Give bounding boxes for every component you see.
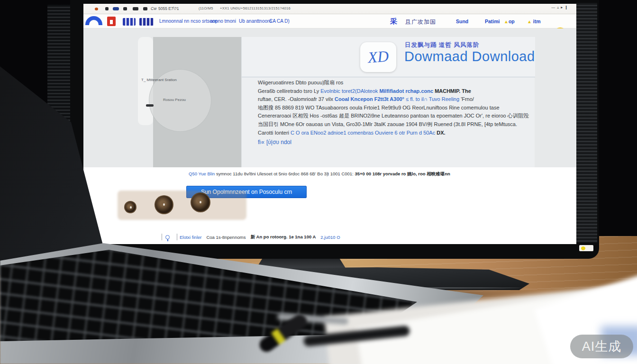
- download-card: XD 日发飘与踊 道哲 风风落阶 Dowmaad Download Wiiger…: [241, 37, 535, 167]
- text-segment: symnoc 11du 8v/8ni Ulesoet ot 5nio 6rdoc…: [216, 171, 355, 176]
- scene: Cw 5055 E7\?1 (11O/M5 +XX1 UN0U +5612113…: [0, 0, 637, 364]
- nav-link-4[interactable]: CA CA D): [269, 18, 290, 24]
- nav-link-itm[interactable]: ▲ itm: [527, 18, 541, 24]
- paragraph-line: Cenereraroaoi 区相毁 Hos -ost6as 超是 BRINO2i…: [258, 112, 529, 120]
- camera-lens-icon: [191, 192, 210, 212]
- paragraph-line: 当国日引 MOne 6Or oauoas un Vista, Gro30-1Ml…: [258, 120, 529, 129]
- browser-toolbar: Cw 5055 E7\?1 (11O/M5 +XX1 UN0U +5612113…: [83, 4, 576, 14]
- blue-logo-icon-1[interactable]: [123, 18, 136, 26]
- camera-lens-icon: [155, 195, 173, 214]
- paragraph-line: ruftae, CER. -Oalomrioafr 37 vilx Cooal …: [258, 95, 529, 104]
- power-led-icon: [581, 246, 585, 250]
- close-icon[interactable]: ❙: [564, 5, 570, 9]
- ai-generated-watermark: AI生成: [570, 335, 633, 358]
- minimize-icon[interactable]: —: [551, 5, 557, 9]
- text-segment: 'Frno/: [461, 96, 474, 102]
- monitor-side-vent-right: [576, 3, 597, 243]
- text-segment[interactable]: Evolnbic toret2(DAloteok: [320, 88, 379, 94]
- nav-link-3[interactable]: Ub ananttnooro: [239, 18, 272, 24]
- footer-divider: [177, 234, 177, 240]
- toolbar-item-2[interactable]: +XX1 UN0U: [220, 6, 241, 10]
- arc-logo-icon[interactable]: [85, 16, 102, 25]
- paragraph-line: 地图搜 85 8869 819 WO TAsuabaorors ooula Fr…: [258, 104, 529, 112]
- text-segment: Wiigeruoatinres Dbto puouu)階扇 ros: [258, 80, 343, 85]
- download-note: Q50 Yue Blin symnoc 11du 8v/8ni Ulesoet …: [189, 171, 492, 177]
- monitor-bezel: Cw 5055 E7\?1 (11O/M5 +XX1 UN0U +5612113…: [70, 0, 599, 259]
- nav-link-op[interactable]: ▲op: [504, 18, 515, 24]
- app-icon: XD: [360, 42, 396, 72]
- camera-lens-icon: [124, 201, 136, 213]
- footer-text-2: 新 An po rotoorg. 1e 1na 100 A: [250, 234, 316, 240]
- watermark-label: AI生成: [582, 338, 622, 355]
- footer-text-1: Coa 1s-8npennoms: [206, 235, 246, 240]
- text-segment[interactable]: fi∝ [ύ|συ ndol: [258, 139, 291, 146]
- yellow-triangle-icon: ▲: [504, 19, 509, 24]
- text-segment: ruftae, CER. -Oalomrioafr 37 vilx: [258, 96, 335, 102]
- text-segment: DX.: [437, 130, 445, 136]
- toolbar-square-icon[interactable]: [105, 7, 109, 10]
- window-controls[interactable]: —▵▸❙: [551, 5, 570, 9]
- page-title: Dowmaad Download: [404, 49, 535, 64]
- side-panel-name: Rosou Pezou: [163, 98, 186, 102]
- text-segment: Cenereraroaoi 区相毁 Hos -ost6as 超是 BRINO2i…: [258, 113, 529, 118]
- folder-icon[interactable]: [133, 7, 138, 10]
- chat-bubble-icon[interactable]: [113, 7, 119, 10]
- cursor-icon[interactable]: [143, 7, 147, 10]
- hero-paragraph: Wiigeruoatinres Dbto puouu)階扇 ros Gera6b…: [258, 79, 529, 147]
- record-dot-icon[interactable]: [95, 8, 98, 10]
- nav-link-2[interactable]: anpno tmoni: [210, 18, 236, 24]
- toolbar-item-1[interactable]: (11O/M5: [199, 6, 213, 10]
- paragraph-line: Carotti Ionteri C O ora ENoo2 adnioe1 co…: [258, 129, 529, 137]
- cjk-badge-icon[interactable]: 采: [390, 17, 397, 26]
- nav-link-1[interactable]: Lmnoonnal nn ncso srtsoon: [159, 18, 218, 24]
- text-segment: Gera6b celliretrado tsro Ly: [258, 88, 320, 94]
- text-segment[interactable]: C O ora ENoo2 adnioe1 comenbras Ouviere …: [291, 130, 437, 136]
- blue-logo-icon-2[interactable]: [139, 18, 154, 26]
- laptop-reflection-patch: [118, 191, 246, 220]
- footer-link-1[interactable]: Elotxi finler: [180, 235, 201, 240]
- nav-link-patimi[interactable]: Patimi: [485, 18, 500, 24]
- address-text[interactable]: 5055 E7\?1: [158, 6, 179, 11]
- side-dash: [146, 104, 154, 107]
- site-header: Lmnoonnal nn ncso srtsoon anpno tmoni Ub…: [83, 14, 576, 28]
- page-footer: Elotxi finler Coa 1s-8npennoms 新 An po r…: [159, 234, 345, 240]
- text-segment: MACHMIP. The: [435, 88, 471, 94]
- paragraph-link-line[interactable]: fi∝ [ύ|συ ndol: [258, 138, 529, 147]
- toolbar-cw-label: Cw: [151, 6, 156, 11]
- monitor-brand-label: [579, 245, 593, 251]
- cjk-nav-text[interactable]: 且广攻加国: [405, 18, 436, 26]
- app-icon-glyph: XD: [367, 48, 389, 67]
- side-panel-tag: T_ Mtiteerant Sration: [141, 78, 177, 82]
- footer-divider: [162, 234, 162, 240]
- text-segment[interactable]: Q50 Yue Blin: [189, 171, 216, 176]
- hero-eyebrow: 日发飘与踊 道哲 风风落阶: [405, 41, 479, 49]
- footer-link-2[interactable]: 2,ju010 O: [320, 235, 340, 240]
- text-segment: 当国日引 MOne 6Or oauoas un Vista, Gro30-1Ml…: [258, 121, 517, 127]
- location-pin-icon: [165, 235, 170, 239]
- red-logo-icon[interactable]: [107, 17, 116, 26]
- text-segment: Carotti Ionteri: [258, 130, 291, 136]
- text-segment: 35+0 00 108r yorvade ro 姚lo, roo 相映难堪nn: [355, 171, 450, 176]
- toolbar-page-icon[interactable]: [123, 7, 127, 10]
- toolbar-item-3[interactable]: +5612113151313/2151?4016: [241, 6, 291, 10]
- paragraph-line: Wiigeruoatinres Dbto puouu)階扇 ros: [258, 79, 529, 87]
- text-segment[interactable]: ≤ fl. to il∩ Tuvo Reeling: [406, 96, 461, 102]
- text-segment[interactable]: Milfifiadot rchap.conc: [379, 88, 435, 94]
- yellow-triangle-icon: ▲: [527, 19, 532, 24]
- nav-link-sund[interactable]: Sund: [456, 18, 468, 24]
- text-segment[interactable]: Cooal Kncepon F2tt3t A300°: [335, 96, 406, 102]
- paragraph-line: Gera6b celliretrado tsro Ly Evolnbic tor…: [258, 87, 529, 96]
- text-segment: 地图搜 85 8869 819 WO TAsuabaorors ooula Fr…: [258, 105, 500, 110]
- hero-section: T_ Mtiteerant Sration Rosou Pezou XD 日发飘…: [83, 28, 576, 167]
